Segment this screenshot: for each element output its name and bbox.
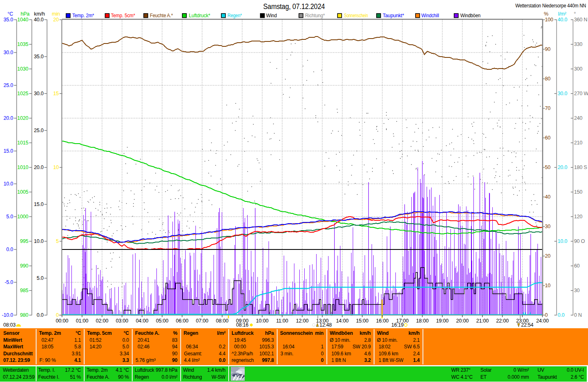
svg-text:21:00: 21:00 xyxy=(476,318,489,324)
svg-text:08:03: 08:03 xyxy=(3,322,16,328)
svg-text:14:00: 14:00 xyxy=(336,318,349,324)
svg-text:l/m²: l/m² xyxy=(558,11,566,17)
svg-text:60: 60 xyxy=(574,263,580,269)
svg-text:05:00: 05:00 xyxy=(156,318,169,324)
svg-text:0: 0 xyxy=(56,312,59,318)
svg-text:24:00: 24:00 xyxy=(536,318,549,324)
svg-text:1040: 1040 xyxy=(17,17,28,23)
svg-text:300: 300 xyxy=(574,66,583,72)
svg-text:20.0: 20.0 xyxy=(34,165,44,170)
svg-text:25.0: 25.0 xyxy=(34,128,44,133)
svg-text:hPa: hPa xyxy=(21,11,30,17)
svg-text:16:19: 16:19 xyxy=(391,322,404,328)
svg-text:30.0: 30.0 xyxy=(34,91,44,96)
svg-text:-5.0: -5.0 xyxy=(5,279,13,285)
svg-text:Windchill: Windchill xyxy=(421,13,439,18)
svg-text:Temp. 5cm*: Temp. 5cm* xyxy=(111,13,135,18)
svg-text:35.0: 35.0 xyxy=(3,17,13,23)
svg-text:20.0: 20.0 xyxy=(558,165,567,170)
svg-text:1030: 1030 xyxy=(17,66,28,72)
svg-text:0.0: 0.0 xyxy=(6,247,13,252)
svg-text:Temp. 2m*: Temp. 2m* xyxy=(72,13,94,18)
svg-text:995: 995 xyxy=(20,238,29,244)
svg-text:0: 0 xyxy=(545,312,548,318)
svg-text:16:00: 16:00 xyxy=(376,318,389,324)
svg-text:980: 980 xyxy=(20,312,29,318)
svg-text:10:00: 10:00 xyxy=(256,318,269,324)
svg-text:-10.0: -10.0 xyxy=(2,312,14,318)
svg-text:1015: 1015 xyxy=(17,140,28,146)
svg-text:19:00: 19:00 xyxy=(436,318,449,324)
svg-text:30: 30 xyxy=(574,288,580,293)
svg-text:90: 90 xyxy=(545,46,551,52)
svg-text:04:00: 04:00 xyxy=(136,318,149,324)
svg-text:00:00: 00:00 xyxy=(56,318,69,324)
svg-text:Richtung*: Richtung* xyxy=(305,13,325,18)
svg-text:20.0: 20.0 xyxy=(3,115,13,121)
svg-text:120: 120 xyxy=(574,214,583,220)
svg-text:5.0: 5.0 xyxy=(37,275,44,281)
svg-text:1035: 1035 xyxy=(17,41,28,47)
svg-text:Windböen: Windböen xyxy=(460,13,480,18)
svg-text:03:00: 03:00 xyxy=(116,318,129,324)
svg-text:360 N: 360 N xyxy=(574,17,588,23)
svg-text:60: 60 xyxy=(545,135,551,141)
svg-text:0 N: 0 N xyxy=(574,312,582,318)
svg-text:1005: 1005 xyxy=(17,189,28,195)
svg-text:330: 330 xyxy=(574,41,583,47)
svg-text:150: 150 xyxy=(574,189,583,195)
svg-text:40: 40 xyxy=(545,194,551,200)
svg-text:80: 80 xyxy=(545,76,551,82)
svg-text:270 W: 270 W xyxy=(574,91,588,96)
svg-text:990: 990 xyxy=(20,263,29,269)
svg-text:90 O: 90 O xyxy=(574,238,585,244)
svg-text:08:16: 08:16 xyxy=(236,322,248,328)
svg-text:07:00: 07:00 xyxy=(196,318,209,324)
svg-text:1010: 1010 xyxy=(17,165,28,170)
svg-text:70: 70 xyxy=(545,105,551,111)
svg-text:Luftdruck*: Luftdruck* xyxy=(189,13,210,18)
svg-text:50: 50 xyxy=(545,165,551,170)
svg-text:15:00: 15:00 xyxy=(356,318,369,324)
svg-text:22:54: 22:54 xyxy=(521,322,533,328)
svg-text:210: 210 xyxy=(574,140,583,146)
svg-text:°C: °C xyxy=(7,11,13,17)
svg-text:1000: 1000 xyxy=(17,214,28,220)
svg-text:35.0: 35.0 xyxy=(34,54,44,59)
svg-text:Feuchte A.*: Feuchte A.* xyxy=(150,13,173,18)
svg-text:25.0: 25.0 xyxy=(3,82,13,88)
svg-text:20: 20 xyxy=(53,17,59,23)
svg-text:40.0: 40.0 xyxy=(558,17,567,23)
svg-text:20:00: 20:00 xyxy=(456,318,469,324)
svg-text:30: 30 xyxy=(545,224,551,229)
svg-text:30.0: 30.0 xyxy=(558,91,567,96)
svg-text:Samstag, 07.12.2024: Samstag, 07.12.2024 xyxy=(263,2,325,11)
svg-text:Taupunkt*: Taupunkt* xyxy=(383,13,404,18)
svg-text:240: 240 xyxy=(574,115,583,121)
svg-text:180 S: 180 S xyxy=(574,165,587,170)
svg-text:0.0: 0.0 xyxy=(37,312,44,318)
svg-text:02:00: 02:00 xyxy=(96,318,108,324)
svg-text:08:00: 08:00 xyxy=(216,318,229,324)
svg-text:1025: 1025 xyxy=(17,91,28,96)
svg-text:20: 20 xyxy=(545,253,551,259)
svg-text:40.0: 40.0 xyxy=(34,17,44,23)
svg-text:22:00: 22:00 xyxy=(496,318,509,324)
svg-text:10.0: 10.0 xyxy=(558,238,567,244)
svg-text:Regen*: Regen* xyxy=(227,13,242,18)
svg-text:0.0: 0.0 xyxy=(558,312,565,318)
svg-text:10: 10 xyxy=(545,283,551,288)
svg-text:15.0: 15.0 xyxy=(3,148,13,154)
svg-text:06:00: 06:00 xyxy=(176,318,188,324)
svg-text:18:00: 18:00 xyxy=(416,318,429,324)
svg-text:10.0: 10.0 xyxy=(3,181,13,187)
svg-text:10.0: 10.0 xyxy=(34,238,44,244)
svg-text:01:00: 01:00 xyxy=(76,318,89,324)
svg-text:11:00: 11:00 xyxy=(276,318,289,324)
svg-text:15.0: 15.0 xyxy=(34,201,44,207)
svg-text:1020: 1020 xyxy=(17,115,28,121)
svg-text:km/h: km/h xyxy=(34,11,45,17)
svg-text:15: 15 xyxy=(53,91,59,96)
svg-text:985: 985 xyxy=(20,288,29,293)
svg-text:12:48: 12:48 xyxy=(319,322,332,328)
